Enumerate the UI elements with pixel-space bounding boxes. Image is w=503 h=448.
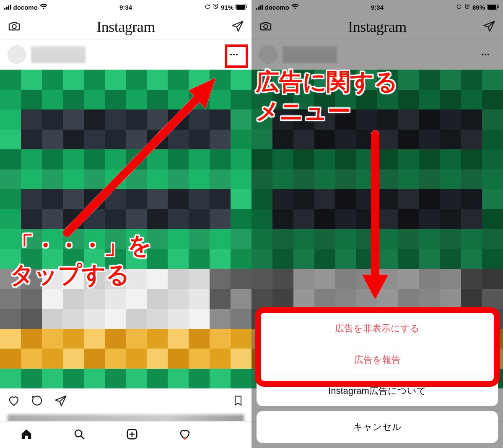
home-tab[interactable] bbox=[20, 428, 33, 442]
like-icon[interactable] bbox=[8, 394, 20, 409]
phone-right: docomo 9:34 89% bbox=[252, 0, 503, 448]
account-name-blurred bbox=[31, 46, 86, 63]
tab-bar bbox=[0, 421, 252, 448]
account-name-blurred bbox=[283, 46, 337, 63]
more-options-button[interactable] bbox=[475, 44, 495, 65]
activity-tab[interactable] bbox=[179, 428, 191, 442]
instagram-logo: Instagram bbox=[0, 18, 252, 36]
avatar[interactable] bbox=[259, 45, 277, 64]
svg-point-5 bbox=[230, 54, 232, 55]
status-bar: docomo 9:34 89% bbox=[252, 0, 503, 14]
bookmark-icon[interactable] bbox=[232, 395, 244, 408]
post-action-row bbox=[0, 388, 252, 414]
action-sheet-group: 広告を非表示にする 広告を報告 Instagram広告について bbox=[257, 313, 498, 406]
comment-icon[interactable] bbox=[31, 394, 44, 409]
cancel-button[interactable]: キャンセル bbox=[257, 411, 498, 443]
more-options-button[interactable] bbox=[224, 44, 244, 65]
svg-point-7 bbox=[236, 54, 238, 55]
svg-point-18 bbox=[485, 54, 486, 55]
new-post-tab[interactable] bbox=[126, 428, 138, 442]
post-header bbox=[252, 39, 503, 70]
activity-dot-icon bbox=[184, 437, 186, 440]
hide-ad-button[interactable]: 広告を非表示にする bbox=[257, 313, 498, 344]
search-tab[interactable] bbox=[73, 428, 86, 442]
status-bar: docomo 9:34 91% bbox=[0, 0, 252, 14]
app-header: Instagram bbox=[252, 14, 503, 39]
report-ad-button[interactable]: 広告を報告 bbox=[257, 344, 498, 375]
post-image[interactable] bbox=[0, 70, 252, 388]
instagram-logo: Instagram bbox=[252, 18, 503, 36]
svg-point-8 bbox=[75, 430, 82, 437]
svg-point-19 bbox=[487, 54, 489, 55]
clock: 9:34 bbox=[0, 4, 252, 11]
avatar[interactable] bbox=[8, 45, 26, 64]
svg-point-6 bbox=[233, 54, 235, 55]
action-sheet: 広告を非表示にする 広告を報告 Instagram広告について キャンセル bbox=[257, 313, 498, 443]
svg-point-17 bbox=[482, 54, 483, 55]
post-header bbox=[0, 39, 252, 70]
share-icon[interactable] bbox=[54, 394, 67, 409]
about-ads-button[interactable]: Instagram広告について bbox=[257, 375, 498, 406]
clock: 9:34 bbox=[252, 4, 503, 11]
phone-left: docomo 9:34 91% bbox=[0, 0, 252, 448]
app-header: Instagram bbox=[0, 14, 252, 39]
